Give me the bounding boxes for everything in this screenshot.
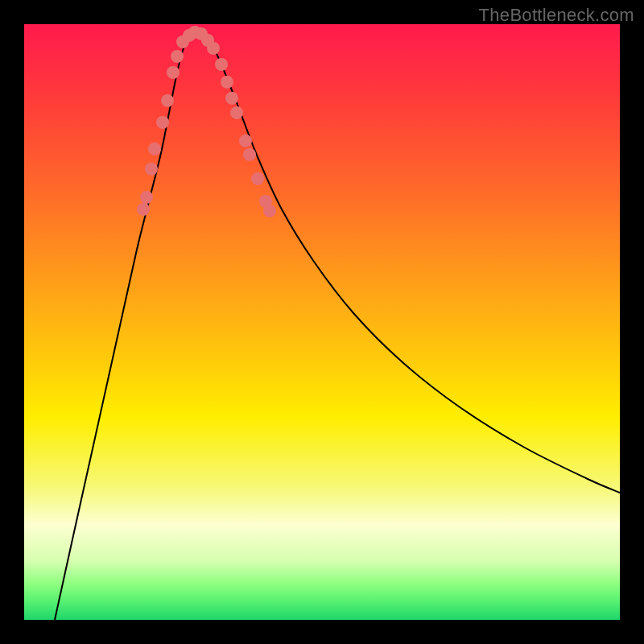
scatter-dot bbox=[161, 94, 174, 107]
scatter-dot bbox=[251, 172, 264, 185]
scatter-dot bbox=[148, 142, 161, 155]
curve-svg bbox=[24, 24, 620, 620]
scatter-dot bbox=[243, 148, 256, 161]
scatter-dot bbox=[263, 204, 276, 217]
scatter-dot bbox=[230, 106, 243, 119]
chart-frame: TheBottleneck.com bbox=[0, 0, 644, 644]
scatter-dot bbox=[207, 42, 220, 55]
bottleneck-curve bbox=[55, 31, 620, 620]
scatter-dot bbox=[225, 92, 238, 105]
watermark-text: TheBottleneck.com bbox=[479, 5, 634, 26]
scatter-dot bbox=[167, 66, 180, 79]
scatter-dot bbox=[140, 191, 153, 204]
scatter-dots bbox=[137, 26, 276, 217]
scatter-dot bbox=[239, 134, 252, 147]
scatter-dot bbox=[145, 163, 158, 175]
plot-area bbox=[24, 24, 620, 620]
scatter-dot bbox=[156, 116, 169, 129]
scatter-dot bbox=[221, 76, 233, 89]
scatter-dot bbox=[171, 50, 184, 63]
scatter-dot bbox=[215, 58, 228, 71]
scatter-dot bbox=[137, 203, 150, 216]
